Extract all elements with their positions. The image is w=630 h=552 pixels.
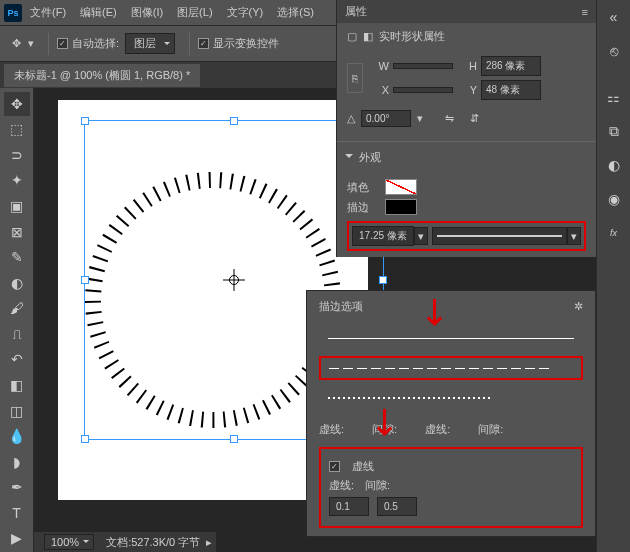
angle-dd[interactable]: ▾ xyxy=(417,112,423,125)
menu-image[interactable]: 图像(I) xyxy=(131,5,163,20)
gap-field-label: 间隙: xyxy=(365,478,393,493)
dash-checkbox[interactable] xyxy=(329,461,340,472)
stroke-style-solid[interactable] xyxy=(319,326,583,350)
y-field[interactable]: 48 像素 xyxy=(481,80,541,100)
x-label: X xyxy=(371,84,389,96)
app-logo: Ps xyxy=(4,4,22,22)
status-menu-icon[interactable]: ▸ xyxy=(206,536,212,549)
move-tool[interactable]: ✥ xyxy=(4,92,30,116)
fill-swatch[interactable] xyxy=(385,179,417,195)
stroke-style-dashed[interactable] xyxy=(319,356,583,380)
y-label: Y xyxy=(463,84,477,96)
transform-label: 显示变换控件 xyxy=(213,36,279,51)
dash-settings: 虚线 虚线: 间隙: 0.1 0.5 xyxy=(319,447,583,528)
eraser-tool[interactable]: ◧ xyxy=(4,373,30,397)
link-wh-icon[interactable]: ⎘ xyxy=(347,63,363,93)
collapse-icon xyxy=(345,154,353,162)
center-marker xyxy=(227,273,241,287)
share-icon[interactable]: ⎋ xyxy=(601,38,627,64)
stamp-tool[interactable]: ⎍ xyxy=(4,322,30,346)
zoom-dropdown[interactable]: 100% xyxy=(44,534,94,550)
frame-tool[interactable]: ⊠ xyxy=(4,220,30,244)
gap-input[interactable]: 0.5 xyxy=(377,497,417,516)
flip-h-icon[interactable]: ⇋ xyxy=(445,112,454,125)
swatches-icon[interactable]: ◉ xyxy=(601,186,627,212)
history-brush-tool[interactable]: ↶ xyxy=(4,348,30,372)
menu-file[interactable]: 文件(F) xyxy=(30,5,66,20)
dodge-tool[interactable]: ◗ xyxy=(4,450,30,474)
menu-edit[interactable]: 编辑(E) xyxy=(80,5,117,20)
panel-menu-icon[interactable]: ≡ xyxy=(582,6,588,18)
appearance-section[interactable]: 外观 xyxy=(337,146,596,169)
transform-checkbox[interactable] xyxy=(198,38,209,49)
x-field[interactable] xyxy=(393,87,453,93)
magic-wand-tool[interactable]: ✦ xyxy=(4,169,30,193)
stroke-width-control: 17.25 像素 ▾ ▾ xyxy=(347,221,586,251)
handle-tm[interactable] xyxy=(230,117,238,125)
gradient-tool[interactable]: ◫ xyxy=(4,399,30,423)
brush-tool[interactable]: 🖌 xyxy=(4,297,30,321)
status-bar: 100% 文档:527.3K/0 字节 ▸ xyxy=(34,532,216,552)
handle-bl[interactable] xyxy=(81,435,89,443)
w-field[interactable] xyxy=(393,63,453,69)
auto-select-checkbox[interactable] xyxy=(57,38,68,49)
angle-icon: △ xyxy=(347,112,355,125)
stroke-width-field[interactable]: 17.25 像素 xyxy=(352,226,414,246)
handle-mr[interactable] xyxy=(379,276,387,284)
properties-panel: 属性 ≡ ▢ ◧ 实时形状属性 ⎘ W H286 像素 X Y48 像素 △ 0… xyxy=(336,0,596,257)
expand-left-icon[interactable]: « xyxy=(601,4,627,30)
stroke-style-chevron[interactable]: ▾ xyxy=(567,227,581,245)
styles-icon[interactable]: ◐ xyxy=(601,152,627,178)
w-label: W xyxy=(371,60,389,72)
handle-ml[interactable] xyxy=(81,276,89,284)
document-tab[interactable]: 未标题-1 @ 100% (椭圆 1, RGB/8) * xyxy=(4,64,200,87)
tools-panel: ✥ ⬚ ⊃ ✦ ▣ ⊠ ✎ ◐ 🖌 ⎍ ↶ ◧ ◫ 💧 ◗ ✒ T ▶ xyxy=(0,88,34,552)
auto-select-label: 自动选择: xyxy=(72,36,119,51)
stroke-swatch[interactable] xyxy=(385,199,417,215)
chevron-down-icon[interactable]: ▾ xyxy=(28,37,34,50)
panel-title: 属性 xyxy=(345,4,367,19)
gap3-label: 间隙: xyxy=(478,422,503,437)
dash-input[interactable]: 0.1 xyxy=(329,497,369,516)
handle-tl[interactable] xyxy=(81,117,89,125)
mask-icon: ◧ xyxy=(363,30,373,43)
handle-bm[interactable] xyxy=(230,435,238,443)
adjustments-icon[interactable]: ⚏ xyxy=(601,84,627,110)
layers-icon[interactable]: ⧉ xyxy=(601,118,627,144)
crop-tool[interactable]: ▣ xyxy=(4,194,30,218)
divider xyxy=(48,33,49,55)
marquee-tool[interactable]: ⬚ xyxy=(4,118,30,142)
stroke-style-dd[interactable] xyxy=(432,227,567,245)
h-field[interactable]: 286 像素 xyxy=(481,56,541,76)
stroke-options-panel: 描边选项 ✲ 虚线: 间隙: 虚线: 间隙: 虚线 虚线: 间隙: 0.1 0.… xyxy=(306,290,596,537)
dash-label: 虚线 xyxy=(352,459,374,474)
stroke-options-title: 描边选项 xyxy=(319,299,363,314)
layer-dropdown[interactable]: 图层 xyxy=(125,33,175,54)
pen-tool[interactable]: ✒ xyxy=(4,475,30,499)
menu-layer[interactable]: 图层(L) xyxy=(177,5,212,20)
move-tool-icon: ✥ xyxy=(8,36,24,52)
lasso-tool[interactable]: ⊃ xyxy=(4,143,30,167)
dash-field-label: 虚线: xyxy=(329,478,357,493)
gear-icon[interactable]: ✲ xyxy=(574,300,583,313)
menu-type[interactable]: 文字(Y) xyxy=(227,5,264,20)
dash2-label: 虚线: xyxy=(319,422,344,437)
blur-tool[interactable]: 💧 xyxy=(4,424,30,448)
stroke-label: 描边 xyxy=(347,200,379,215)
angle-field[interactable]: 0.00° xyxy=(361,110,411,127)
menu-select[interactable]: 选择(S) xyxy=(277,5,314,20)
eyedropper-tool[interactable]: ✎ xyxy=(4,245,30,269)
effects-icon[interactable]: fx xyxy=(601,220,627,246)
divider xyxy=(337,141,596,142)
fill-label: 填色 xyxy=(347,180,379,195)
healing-tool[interactable]: ◐ xyxy=(4,271,30,295)
flip-v-icon[interactable]: ⇵ xyxy=(470,112,479,125)
stroke-style-dotted[interactable] xyxy=(319,386,583,410)
type-tool[interactable]: T xyxy=(4,501,30,525)
stroke-width-dd[interactable]: ▾ xyxy=(414,227,428,245)
shape-icon: ▢ xyxy=(347,30,357,43)
appearance-label: 外观 xyxy=(359,150,381,165)
right-collapsed-panels: « ⎋ ⚏ ⧉ ◐ ◉ fx xyxy=(596,0,630,552)
gap2-label: 间隙: xyxy=(372,422,397,437)
path-select-tool[interactable]: ▶ xyxy=(4,527,30,551)
